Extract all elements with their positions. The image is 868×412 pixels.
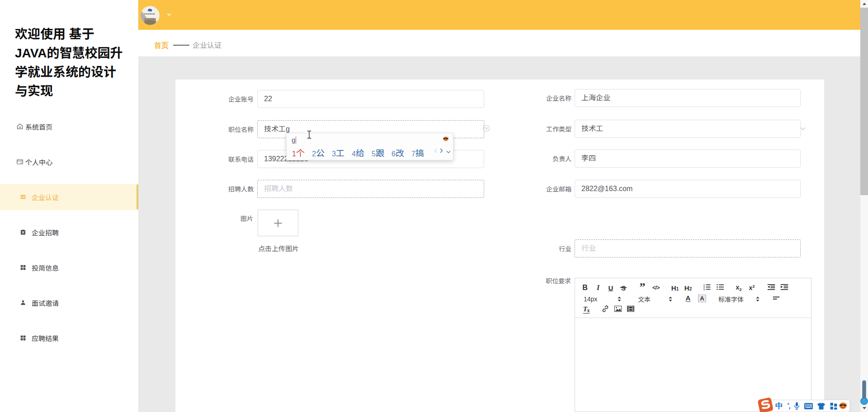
svg-text:3: 3 [703, 288, 705, 290]
svg-text:A: A [700, 295, 704, 302]
